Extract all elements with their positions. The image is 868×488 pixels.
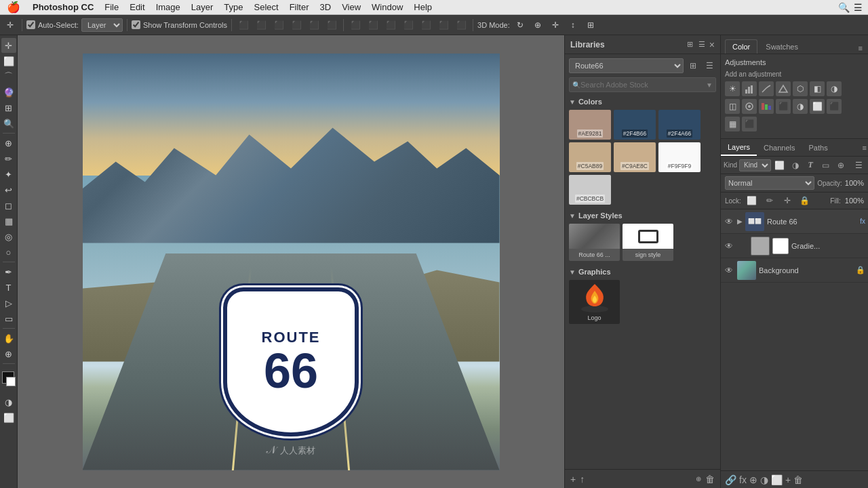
align-middle-btn[interactable]: ⬛ [307, 18, 321, 33]
library-add-btn[interactable]: + [570, 474, 576, 485]
lock-position-btn[interactable]: ✛ [781, 194, 794, 207]
transform-controls-checkbox[interactable] [132, 20, 140, 29]
layers-filter-adj-btn[interactable]: ◑ [789, 159, 802, 172]
blur-tool[interactable]: ◎ [1, 229, 16, 244]
library-list-view-btn[interactable]: ☰ [703, 59, 716, 73]
distribute-right-btn[interactable]: ⬛ [383, 18, 398, 33]
distribute-left-btn[interactable]: ⬛ [348, 18, 363, 33]
3d-pan-btn[interactable]: ✛ [548, 18, 563, 33]
quick-select-tool[interactable]: 🔮 [1, 85, 16, 100]
brush-tool[interactable]: ✏ [1, 151, 16, 166]
layer-new-btn[interactable]: + [785, 474, 791, 485]
menu-layer[interactable]: Layer [186, 2, 219, 12]
quick-mask-btn[interactable]: ◑ [1, 394, 16, 409]
layers-filter-toggle-btn[interactable]: ☰ [852, 159, 865, 172]
align-bottom-btn[interactable]: ⬛ [324, 18, 339, 33]
menu-image[interactable]: Image [151, 2, 186, 12]
adj-gradient-map-btn[interactable]: ▦ [725, 117, 740, 131]
eyedropper-tool[interactable]: 🔍 [1, 116, 16, 131]
clone-tool[interactable]: ✦ [1, 167, 16, 182]
layer-link-btn[interactable]: 🔗 [725, 474, 736, 485]
layer-adj-btn[interactable]: ◑ [760, 474, 768, 485]
color-swatch-1[interactable]: #2F4B66 [614, 110, 656, 140]
library-grid-view-btn[interactable]: ⊞ [686, 59, 700, 73]
layer-vis-gradient[interactable]: 👁 [724, 241, 734, 251]
3d-slide-btn[interactable]: ↕ [566, 18, 580, 33]
menu-window[interactable]: Window [366, 2, 408, 12]
background-color[interactable] [6, 377, 16, 386]
layer-group-btn[interactable]: ⬜ [771, 474, 783, 485]
library-search-input[interactable] [580, 81, 706, 89]
color-swatch-6[interactable]: #CBCBCB [569, 175, 611, 205]
layer-delete-btn[interactable]: 🗑 [793, 474, 803, 485]
adj-invert-btn[interactable]: ◑ [793, 99, 808, 114]
layer-item-route66[interactable]: 👁 ▶ ⬜⬜ Route 66 fx [721, 209, 868, 234]
layers-panel-menu-btn[interactable]: ≡ [861, 139, 868, 156]
marquee-tool[interactable]: ⬜ [1, 54, 16, 68]
style-thumb-1[interactable]: sign style [623, 224, 673, 261]
color-swatch-0[interactable]: #AE9281 [569, 110, 611, 140]
menu-help[interactable]: Help [408, 2, 437, 12]
move-tool-btn[interactable]: ✛ [3, 18, 18, 33]
color-swatch-4[interactable]: #C9AE8C [614, 142, 656, 172]
libraries-grid-btn[interactable]: ⊞ [686, 39, 694, 50]
distribute-spacing-btn[interactable]: ⬛ [454, 18, 469, 33]
search-close-icon[interactable]: ▼ [706, 81, 713, 89]
libraries-close-btn[interactable]: × [709, 39, 715, 50]
menu-edit[interactable]: Edit [124, 2, 150, 12]
layer-vis-route66[interactable]: 👁 [724, 216, 734, 227]
libraries-list-btn[interactable]: ☰ [697, 39, 707, 50]
hand-tool[interactable]: ✋ [1, 331, 16, 346]
menu-3d[interactable]: 3D [315, 2, 337, 12]
lock-all-btn[interactable]: 🔒 [798, 194, 812, 207]
layers-filter-smart-btn[interactable]: ⊕ [835, 159, 848, 172]
menu-select[interactable]: Select [248, 2, 283, 12]
3d-roll-btn[interactable]: ⊕ [530, 18, 545, 33]
library-dropdown[interactable]: Route66 [569, 58, 684, 73]
adj-vibrance-btn[interactable]: ⬡ [793, 81, 808, 96]
layer-group-arrow[interactable]: ▶ [737, 218, 743, 225]
align-left-btn[interactable]: ⬛ [236, 18, 251, 33]
tab-layers[interactable]: Layers [721, 139, 757, 156]
layer-item-background[interactable]: 👁 Background 🔒 [721, 258, 868, 283]
layer-style-btn[interactable]: fx [739, 474, 747, 485]
blend-mode-select[interactable]: Normal [725, 176, 814, 190]
adj-bw-btn[interactable]: ◫ [725, 99, 740, 114]
adj-photofilter-btn[interactable] [742, 99, 757, 114]
colors-section-header[interactable]: ▼ Colors [569, 98, 716, 106]
menu-type[interactable]: Type [218, 2, 248, 12]
gradient-tool[interactable]: ▦ [1, 214, 16, 228]
align-center-btn[interactable]: ⬛ [254, 18, 269, 33]
layers-filter-pixel-btn[interactable]: ⬜ [773, 159, 787, 172]
distribute-middle-v-btn[interactable]: ⬛ [418, 18, 433, 33]
adj-exposure-btn[interactable] [776, 81, 791, 96]
auto-select-dropdown[interactable]: Layer Group [81, 18, 123, 32]
style-thumb-0[interactable]: Route 66 ... [569, 224, 620, 261]
menu-app-name[interactable]: Photoshop CC [27, 2, 99, 12]
lock-pixels-btn[interactable]: ✏ [763, 194, 776, 207]
layer-vis-background[interactable]: 👁 [724, 265, 734, 276]
search-icon-menubar[interactable]: 🔍 [838, 2, 850, 13]
distribute-center-h-btn[interactable]: ⬛ [366, 18, 380, 33]
tab-swatches[interactable]: Swatches [759, 40, 805, 54]
zoom-tool[interactable]: ⊕ [1, 346, 16, 361]
panels-icon[interactable]: ☰ [854, 2, 863, 13]
crop-tool[interactable]: ⊞ [1, 100, 16, 115]
tab-color[interactable]: Color [725, 39, 757, 54]
adj-posterize-btn[interactable]: ⬜ [810, 99, 825, 114]
eraser-tool[interactable]: ◻ [1, 198, 16, 213]
layer-item-gradient[interactable]: 👁 Gradie... [721, 234, 868, 258]
align-top-btn[interactable]: ⬛ [289, 18, 304, 33]
layers-filter-type-btn[interactable]: T [804, 159, 817, 172]
adj-colorlookup-btn[interactable]: ⬛ [776, 99, 791, 114]
layer-mask-btn[interactable]: ⊕ [749, 474, 757, 485]
lasso-tool[interactable]: ⌒ [1, 69, 16, 84]
apple-menu[interactable]: 🍎 [0, 1, 27, 14]
adj-colorbalance-btn[interactable]: ◑ [827, 81, 842, 96]
color-panel-menu-btn[interactable]: ≡ [857, 43, 864, 54]
color-swatch-3[interactable]: #C5AB89 [569, 142, 611, 172]
library-upload-btn[interactable]: ↑ [580, 474, 585, 485]
3d-rotate-btn[interactable]: ↻ [513, 18, 528, 33]
history-brush-tool[interactable]: ↩ [1, 182, 16, 197]
distribute-top-btn[interactable]: ⬛ [401, 18, 416, 33]
